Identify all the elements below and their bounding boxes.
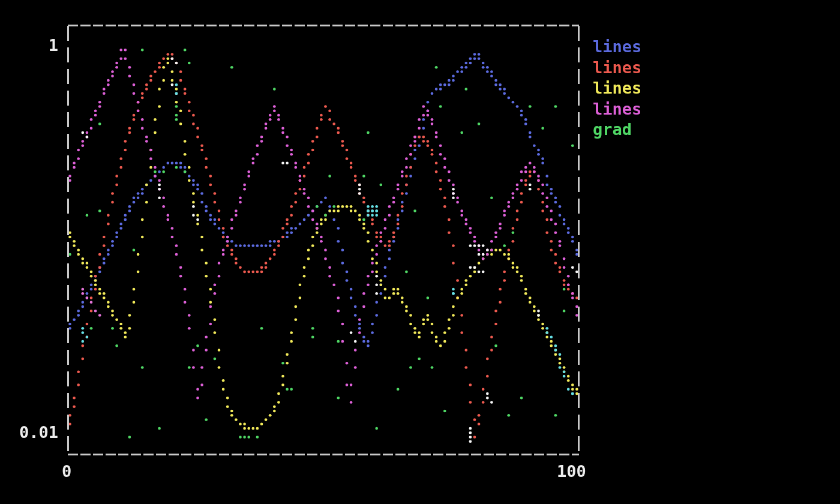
plot-frame-top bbox=[68, 25, 579, 26]
legend: lines lines lines lines grad bbox=[593, 37, 641, 140]
plot-canvas bbox=[0, 0, 840, 504]
legend-item-lines-yellow: lines bbox=[593, 78, 641, 99]
plot-frame-right bbox=[578, 26, 580, 454]
legend-item-lines-blue: lines bbox=[593, 37, 641, 58]
x-axis-tick-left: 0 bbox=[62, 463, 71, 479]
plot-frame-bottom bbox=[68, 454, 579, 455]
legend-item-lines-magenta: lines bbox=[593, 99, 641, 120]
y-axis-tick-bottom: 0.01 bbox=[12, 424, 58, 440]
legend-item-grad: grad bbox=[593, 119, 641, 140]
plot-frame-left bbox=[67, 26, 69, 454]
y-axis-tick-top: 1 bbox=[12, 37, 58, 53]
legend-item-lines-red: lines bbox=[593, 58, 641, 79]
x-axis-tick-right: 100 bbox=[557, 463, 586, 479]
terminal-plot: 1 0.01 0 100 lines lines lines lines gra… bbox=[0, 0, 840, 504]
